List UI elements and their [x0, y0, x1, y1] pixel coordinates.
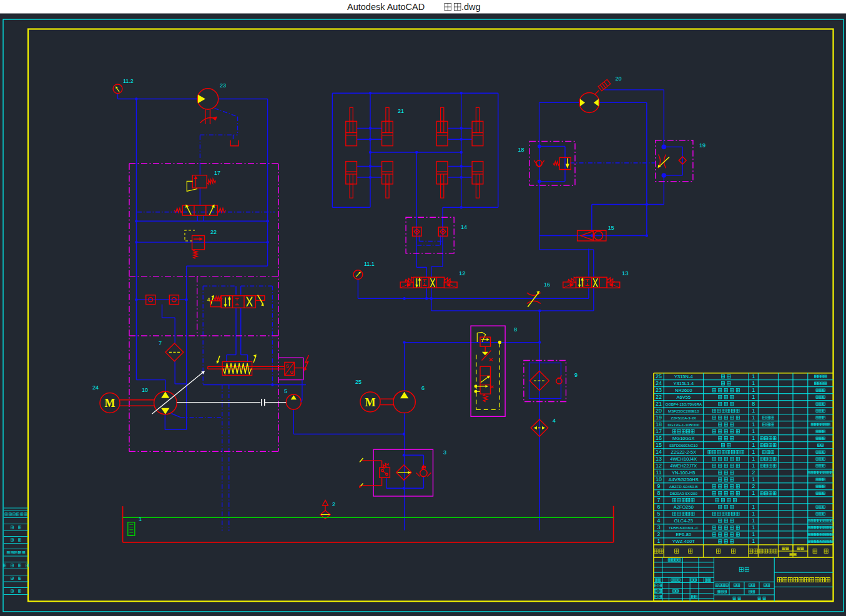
svg-text:16: 16	[544, 281, 550, 288]
svg-text:QGBF4-13G/70V6RA: QGBF4-13G/70V6RA	[666, 402, 703, 406]
svg-text:16: 16	[656, 435, 662, 441]
svg-text:1: 1	[752, 517, 755, 524]
svg-text:4WEH10J4X: 4WEH10J4X	[670, 456, 697, 462]
svg-text:Z2FS10A-3-3X: Z2FS10A-3-3X	[671, 416, 696, 420]
svg-text:11: 11	[656, 469, 661, 476]
svg-text:4: 4	[657, 517, 661, 524]
svg-text:NR2600: NR2600	[675, 388, 692, 393]
svg-text:YWZ-400T: YWZ-400T	[672, 539, 696, 544]
svg-text:25: 25	[656, 373, 662, 379]
svg-text:1: 1	[752, 449, 755, 455]
svg-text:M: M	[105, 397, 116, 409]
svg-text:1: 1	[752, 442, 755, 448]
svg-text:12: 12	[656, 462, 662, 469]
svg-text:9: 9	[574, 372, 578, 378]
svg-text:2: 2	[332, 501, 335, 507]
svg-text:23: 23	[220, 82, 226, 89]
svg-text:12: 12	[459, 270, 466, 276]
svg-text:10: 10	[142, 387, 148, 393]
svg-text:3: 3	[657, 524, 661, 530]
svg-text:1: 1	[752, 387, 755, 393]
svg-text:19: 19	[699, 142, 706, 149]
svg-text:1: 1	[752, 394, 755, 400]
svg-text:1: 1	[752, 490, 755, 496]
svg-text:14: 14	[461, 224, 467, 230]
svg-text:Y315L1-4: Y315L1-4	[674, 381, 694, 386]
svg-text:1: 1	[752, 456, 755, 462]
svg-text:1: 1	[752, 408, 755, 414]
svg-text:11.2: 11.2	[123, 78, 134, 84]
svg-text:11.1: 11.1	[364, 261, 375, 267]
svg-text:25: 25	[355, 379, 362, 385]
svg-text:EF6-80: EF6-80	[676, 532, 691, 537]
svg-text:22: 22	[210, 229, 217, 235]
svg-text:Autodesk AutoCAD: Autodesk AutoCAD	[347, 2, 425, 12]
svg-text:14: 14	[656, 449, 662, 455]
svg-text:1: 1	[752, 531, 755, 537]
svg-text:MSF25DC200E10: MSF25DC200E10	[668, 409, 699, 413]
svg-text:A4VSG250HS: A4VSG250HS	[669, 477, 699, 482]
svg-text:6: 6	[421, 385, 425, 391]
svg-text:1: 1	[752, 524, 755, 530]
svg-text:8: 8	[657, 490, 661, 496]
svg-text:5: 5	[284, 388, 287, 394]
svg-text:.dwg: .dwg	[461, 2, 481, 12]
svg-text:ABZFR-S0450-B: ABZFR-S0450-B	[669, 484, 698, 489]
svg-text:20: 20	[656, 408, 662, 414]
svg-text:1: 1	[752, 435, 755, 441]
svg-text:9: 9	[657, 483, 661, 489]
svg-text:A6V55: A6V55	[677, 394, 691, 400]
svg-text:DG13G-1-10B/300: DG13G-1-10B/300	[667, 423, 699, 427]
svg-text:GLC4-23: GLC4-23	[674, 518, 693, 524]
svg-text:18: 18	[518, 147, 524, 153]
svg-text:6: 6	[657, 504, 661, 510]
svg-text:1: 1	[752, 380, 755, 386]
svg-text:22: 22	[656, 394, 662, 400]
svg-text:13: 13	[622, 270, 629, 276]
svg-text:YN-100-H5: YN-100-H5	[672, 470, 696, 476]
svg-text:21: 21	[398, 108, 404, 114]
svg-text:24: 24	[656, 380, 662, 386]
svg-text:7: 7	[657, 497, 661, 503]
svg-text:15: 15	[656, 442, 662, 448]
svg-text:Y315N-4: Y315N-4	[674, 374, 693, 379]
svg-text:8: 8	[514, 326, 517, 333]
svg-text:2: 2	[752, 483, 755, 489]
svg-text:1: 1	[657, 538, 661, 544]
svg-text:A2FO250: A2FO250	[674, 504, 694, 510]
svg-text:4: 4	[553, 418, 556, 424]
svg-text:4WEH22J7X: 4WEH22J7X	[670, 463, 697, 469]
svg-text:7: 7	[159, 340, 162, 346]
svg-text:1: 1	[752, 421, 755, 428]
svg-text:15: 15	[608, 225, 614, 231]
svg-text:3: 3	[443, 449, 446, 456]
svg-text:1: 1	[752, 462, 755, 469]
svg-text:21: 21	[656, 401, 662, 407]
svg-text:8: 8	[752, 401, 755, 407]
svg-text:4: 4	[207, 296, 210, 303]
svg-text:S5FD060ENG10: S5FD060ENG10	[669, 443, 698, 447]
svg-text:TFBH-630x60L-C: TFBH-630x60L-C	[669, 526, 699, 530]
svg-text:MG10G1X: MG10G1X	[672, 436, 694, 441]
svg-text:1: 1	[752, 476, 755, 482]
svg-text:24: 24	[92, 384, 99, 391]
svg-text:17: 17	[214, 170, 220, 176]
svg-text:S: S	[286, 364, 289, 368]
svg-text:2: 2	[752, 469, 755, 476]
svg-text:5: 5	[657, 511, 661, 517]
svg-text:1: 1	[752, 428, 755, 434]
svg-text:1: 1	[752, 538, 755, 544]
svg-text:19: 19	[656, 414, 662, 421]
svg-text:U: U	[290, 370, 293, 374]
svg-text:1: 1	[752, 373, 755, 379]
svg-text:1: 1	[752, 504, 755, 510]
svg-text:1: 1	[752, 414, 755, 421]
svg-text:DB20A3-5X/200: DB20A3-5X/200	[670, 491, 698, 496]
svg-text:17: 17	[656, 428, 662, 434]
svg-text:2: 2	[657, 531, 661, 537]
svg-text:13: 13	[656, 456, 662, 462]
svg-text:1: 1	[752, 511, 755, 517]
svg-text:Z2S22-2-5X: Z2S22-2-5X	[671, 449, 696, 455]
svg-text:M: M	[365, 396, 376, 409]
svg-text:1: 1	[139, 516, 142, 522]
